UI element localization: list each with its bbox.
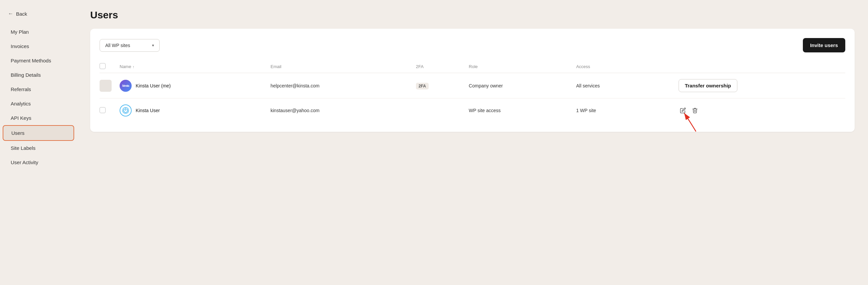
invite-users-button[interactable]: Invite users xyxy=(803,38,845,52)
col-actions xyxy=(675,61,845,73)
row2-actions-cell xyxy=(679,106,841,115)
row2-checkbox-cell xyxy=(99,99,116,123)
delete-btn-wrapper xyxy=(690,106,699,115)
trash-icon xyxy=(692,107,698,113)
main-content: Users All WP sites ▾ Invite users xyxy=(77,0,868,285)
row2-avatar xyxy=(120,104,132,116)
row1-role: Company owner xyxy=(465,73,572,99)
content-card: All WP sites ▾ Invite users Name xyxy=(90,29,855,132)
row1-user-name: Kinsta User (me) xyxy=(136,83,171,88)
col-email: Email xyxy=(267,61,412,73)
row2-2fa xyxy=(412,99,465,123)
back-button[interactable]: ← Back xyxy=(0,8,77,25)
row1-name-cell: kinsta Kinsta User (me) xyxy=(116,73,267,99)
back-label: Back xyxy=(16,11,27,17)
col-checkbox xyxy=(99,61,116,73)
sidebar-item-referrals[interactable]: Referrals xyxy=(3,82,74,97)
edit-icon xyxy=(680,107,686,113)
transfer-ownership-button[interactable]: Transfer ownership xyxy=(679,79,737,92)
sidebar-item-payment-methods[interactable]: Payment Methods xyxy=(3,54,74,68)
row2-email: kinstauser@yahoo.com xyxy=(267,99,412,123)
table-row: kinsta Kinsta User (me) helpcenter@kinst… xyxy=(99,73,845,99)
col-role: Role xyxy=(465,61,572,73)
delete-button[interactable] xyxy=(690,106,699,115)
row1-email: helpcenter@kinsta.com xyxy=(267,73,412,99)
site-filter-dropdown[interactable]: All WP sites ▾ xyxy=(99,39,160,52)
sidebar-item-analytics[interactable]: Analytics xyxy=(3,97,74,111)
sidebar: ← Back My Plan Invoices Payment Methods … xyxy=(0,0,77,285)
sidebar-item-billing-details[interactable]: Billing Details xyxy=(3,68,74,82)
app-layout: ← Back My Plan Invoices Payment Methods … xyxy=(0,0,868,285)
sidebar-item-users[interactable]: Users xyxy=(3,125,74,141)
table-header-row: Name ↑ Email 2FA Role Access xyxy=(99,61,845,73)
site-filter-label: All WP sites xyxy=(105,43,130,48)
row2-name-cell: Kinsta User xyxy=(116,99,267,123)
row2-role: WP site access xyxy=(465,99,572,123)
select-all-checkbox[interactable] xyxy=(99,63,105,69)
sidebar-item-invoices[interactable]: Invoices xyxy=(3,39,74,54)
row2-access: 1 WP site xyxy=(572,99,674,123)
sidebar-item-my-plan[interactable]: My Plan xyxy=(3,25,74,39)
row1-checkbox-cell xyxy=(99,73,116,99)
row1-2fa-badge: 2FA xyxy=(416,83,429,90)
sidebar-item-user-activity[interactable]: User Activity xyxy=(3,155,74,170)
row1-2fa: 2FA xyxy=(412,73,465,99)
chevron-down-icon: ▾ xyxy=(152,43,154,48)
edit-button[interactable] xyxy=(679,106,687,115)
users-table: Name ↑ Email 2FA Role Access xyxy=(99,61,845,122)
col-access: Access xyxy=(572,61,674,73)
sidebar-nav: My Plan Invoices Payment Methods Billing… xyxy=(0,25,77,170)
col-name: Name ↑ xyxy=(116,61,267,73)
back-arrow-icon: ← xyxy=(8,11,13,17)
row1-actions: Transfer ownership xyxy=(675,73,845,99)
kinsta-power-icon xyxy=(122,107,129,114)
row1-checkbox-disabled xyxy=(99,80,112,92)
row1-access: All services xyxy=(572,73,674,99)
sidebar-item-site-labels[interactable]: Site Labels xyxy=(3,141,74,155)
row1-avatar: kinsta xyxy=(120,80,132,92)
page-title: Users xyxy=(90,9,855,21)
sort-icon: ↑ xyxy=(133,65,135,69)
toolbar: All WP sites ▾ Invite users xyxy=(99,38,845,52)
col-2fa: 2FA xyxy=(412,61,465,73)
row2-user-name: Kinsta User xyxy=(136,108,160,113)
row2-checkbox[interactable] xyxy=(99,107,105,113)
row2-actions xyxy=(675,99,845,123)
sidebar-item-api-keys[interactable]: API Keys xyxy=(3,111,74,125)
table-row: Kinsta User kinstauser@yahoo.com WP site… xyxy=(99,99,845,123)
